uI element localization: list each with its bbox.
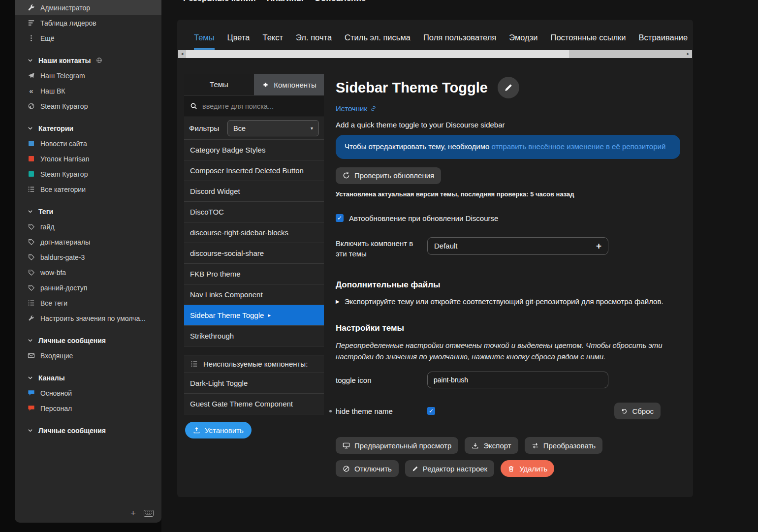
- reset-button[interactable]: Сброс: [614, 403, 661, 419]
- auto-update-row: ✓ Автообновление при обновлении Discours…: [336, 214, 680, 222]
- component-item[interactable]: Nav Links Component: [184, 284, 324, 305]
- pencil-icon: [412, 466, 418, 472]
- sidebar-item-telegram[interactable]: Наш Telegram: [15, 68, 161, 83]
- include-themes-row: Включить компонент в эти темы Default +: [336, 237, 680, 260]
- component-item[interactable]: Category Badge Styles: [184, 140, 324, 160]
- search-input[interactable]: [202, 102, 318, 110]
- add-theme-icon[interactable]: +: [596, 241, 601, 251]
- hide-theme-name-checkbox[interactable]: ✓: [427, 407, 435, 415]
- main-content: Резервные копии Плагины Обновление Темы …: [161, 0, 758, 532]
- convert-button-label: Преобразовать: [543, 441, 596, 450]
- scrollbar-thumb[interactable]: [186, 50, 569, 58]
- disable-button[interactable]: Отключить: [336, 460, 399, 477]
- toggle-icon-input[interactable]: [427, 372, 608, 388]
- extra-files-toggle[interactable]: ▶ Экспортируйте тему или откройте соотве…: [336, 297, 680, 306]
- sidebar-item-tag-early[interactable]: ранний-доступ: [15, 280, 161, 295]
- sidebar-item-all-tags[interactable]: Все теги: [15, 295, 161, 311]
- nav-item-backups[interactable]: Резервные копии: [183, 0, 256, 3]
- section-title: Личные сообщения: [38, 337, 106, 344]
- sidebar-section-tags[interactable]: Теги: [15, 204, 161, 219]
- tab-text[interactable]: Текст: [263, 33, 284, 50]
- check-updates-button[interactable]: Проверить обновления: [336, 167, 441, 184]
- sidebar-section-channels[interactable]: Каналы: [15, 370, 161, 385]
- sidebar-section-messages[interactable]: Личные сообщения: [15, 333, 161, 348]
- sidebar-item-tag-wowbfa[interactable]: wow-bfa: [15, 265, 161, 280]
- component-item[interactable]: Composer Inserted Deleted Button: [184, 160, 324, 181]
- sidebar-item-steam-curator[interactable]: Steam Куратор: [15, 98, 161, 114]
- install-button[interactable]: Установить: [185, 422, 252, 438]
- sidebar-item-label: доп-материалы: [40, 238, 90, 246]
- sidebar-item-label: Основной: [40, 389, 72, 397]
- add-section-icon[interactable]: +: [130, 508, 136, 518]
- auto-update-checkbox[interactable]: ✓: [336, 214, 344, 222]
- tab-themes[interactable]: Темы: [194, 33, 215, 50]
- sidebar-section-categories[interactable]: Категории: [15, 121, 161, 136]
- component-item[interactable]: Guest Gate Theme Component: [184, 394, 324, 414]
- nav-item-plugins[interactable]: Плагины: [267, 0, 304, 3]
- sidebar-item-tag-bg3[interactable]: baldurs-gate-3: [15, 250, 161, 265]
- edit-title-button[interactable]: [498, 77, 519, 98]
- component-item[interactable]: discourse-right-sidebar-blocks: [184, 222, 324, 243]
- sidebar-item-category-news[interactable]: Новости сайта: [15, 136, 161, 151]
- nav-item-update[interactable]: Обновление: [314, 0, 366, 3]
- component-item[interactable]: FKB Pro theme: [184, 264, 324, 284]
- preview-button[interactable]: Предварительный просмотр: [336, 437, 458, 454]
- component-item[interactable]: discourse-social-share: [184, 243, 324, 264]
- component-item-label: Sidebar Theme Toggle: [190, 311, 264, 319]
- theme-settings-note: Переопределенные настройки отмечены точк…: [336, 340, 670, 362]
- category-color-icon: [27, 141, 35, 146]
- sidebar-item-category-harrisan[interactable]: Уголок Harrisan: [15, 151, 161, 166]
- horizontal-scrollbar[interactable]: ◄ ►: [178, 50, 692, 58]
- chevron-down-icon: [27, 427, 34, 434]
- keyboard-icon[interactable]: [144, 510, 154, 517]
- sidebar-item-tag-materials[interactable]: доп-материалы: [15, 234, 161, 250]
- component-item[interactable]: Dark-Light Toggle: [184, 373, 324, 394]
- component-item[interactable]: Strikethrough: [184, 326, 324, 346]
- component-item[interactable]: Discord Widget: [184, 181, 324, 202]
- sidebar-item-channel-main[interactable]: Основной: [15, 385, 161, 401]
- export-button[interactable]: Экспорт: [465, 437, 518, 454]
- components-icon: [261, 82, 270, 88]
- sidebar-item-channel-staff[interactable]: Персонал: [15, 401, 161, 416]
- convert-button[interactable]: Преобразовать: [525, 437, 602, 454]
- sidebar-item-vk[interactable]: « Наш ВК: [15, 83, 161, 98]
- ellipsis-v-icon: [27, 34, 35, 42]
- sidebar-item-inbox[interactable]: Входящие: [15, 348, 161, 363]
- info-repository-link[interactable]: отправить внесённое изменение в её репоз…: [491, 142, 665, 151]
- reset-button-label: Сброс: [632, 407, 654, 415]
- section-title: Каналы: [38, 374, 65, 382]
- component-item-selected[interactable]: Sidebar Theme Toggle ▸: [184, 305, 324, 326]
- sidebar-item-tag-defaults[interactable]: Настроить значения по умолча...: [15, 311, 161, 326]
- tab-permalinks[interactable]: Постоянные ссылки: [551, 33, 626, 50]
- scroll-left-icon[interactable]: ◄: [178, 50, 186, 58]
- sidebar-item-admin[interactable]: Администратор: [15, 0, 161, 15]
- source-link[interactable]: Источник: [336, 104, 377, 113]
- tab-user-fields[interactable]: Поля пользователя: [423, 33, 496, 50]
- sidebar-item-tag-guide[interactable]: гайд: [15, 219, 161, 234]
- sidebar-item-more[interactable]: Ещё: [15, 31, 161, 46]
- tab-email-style[interactable]: Стиль эл. письма: [345, 33, 411, 50]
- tab-colors[interactable]: Цвета: [227, 33, 250, 50]
- sidebar-item-label: Все категории: [40, 186, 86, 193]
- sidebar-section-personal-messages[interactable]: Личные сообщения: [15, 423, 161, 438]
- tab-emoji[interactable]: Эмодзи: [509, 33, 537, 50]
- unused-header-label: Неиспользуемые компоненты:: [203, 360, 308, 368]
- delete-button[interactable]: Удалить: [501, 460, 554, 477]
- list-gap: [184, 346, 324, 355]
- scroll-right-icon[interactable]: ►: [684, 50, 692, 58]
- section-title: Категории: [38, 125, 73, 132]
- tab-email[interactable]: Эл. почта: [296, 33, 332, 50]
- include-themes-select[interactable]: Default +: [427, 237, 608, 255]
- filter-select[interactable]: Все ▾: [227, 120, 319, 136]
- tab-components-list[interactable]: Компоненты: [254, 74, 324, 95]
- tab-themes-list[interactable]: Темы: [184, 74, 254, 95]
- sidebar-item-category-steam[interactable]: Steam Куратор: [15, 166, 161, 182]
- sidebar-item-leaderboard[interactable]: Таблица лидеров: [15, 15, 161, 31]
- component-item[interactable]: DiscoTOC: [184, 202, 324, 222]
- settings-editor-button[interactable]: Редактор настроек: [405, 460, 494, 477]
- tab-embedding[interactable]: Встраивание: [639, 33, 688, 50]
- sidebar-item-all-categories[interactable]: Все категории: [15, 182, 161, 197]
- globe-icon: [95, 57, 103, 63]
- sidebar-item-label: Ещё: [40, 34, 55, 42]
- sidebar-section-contacts[interactable]: Наши контакты: [15, 53, 161, 68]
